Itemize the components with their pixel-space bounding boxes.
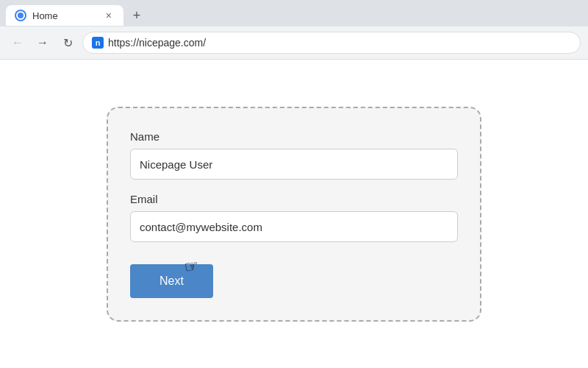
forward-button[interactable]: → xyxy=(32,32,53,53)
name-input[interactable] xyxy=(130,149,458,180)
site-favicon xyxy=(92,37,104,49)
email-input[interactable] xyxy=(130,211,458,242)
browser-title-bar: Home × + xyxy=(0,0,588,26)
tab-label: Home xyxy=(32,10,97,21)
address-text: https://nicepage.com/ xyxy=(108,37,206,49)
email-field-group: Email xyxy=(130,193,458,242)
name-label: Name xyxy=(130,130,458,143)
page-content: Name Email Next ☞ xyxy=(0,60,588,368)
browser-toolbar: ← → ↻ https://nicepage.com/ xyxy=(0,26,588,59)
form-card: Name Email Next ☞ xyxy=(107,107,481,322)
tab-close-icon[interactable]: × xyxy=(103,9,115,22)
next-button[interactable]: Next xyxy=(130,264,213,298)
address-bar[interactable]: https://nicepage.com/ xyxy=(82,32,581,54)
browser-chrome: Home × + ← → ↻ https://nicepage.com/ xyxy=(0,0,588,60)
email-label: Email xyxy=(130,193,458,205)
back-button[interactable]: ← xyxy=(7,32,28,53)
browser-tab[interactable]: Home × xyxy=(6,5,123,26)
new-tab-button[interactable]: + xyxy=(126,5,147,26)
tab-favicon xyxy=(15,10,26,21)
name-field-group: Name xyxy=(130,130,458,180)
refresh-button[interactable]: ↻ xyxy=(57,32,78,53)
